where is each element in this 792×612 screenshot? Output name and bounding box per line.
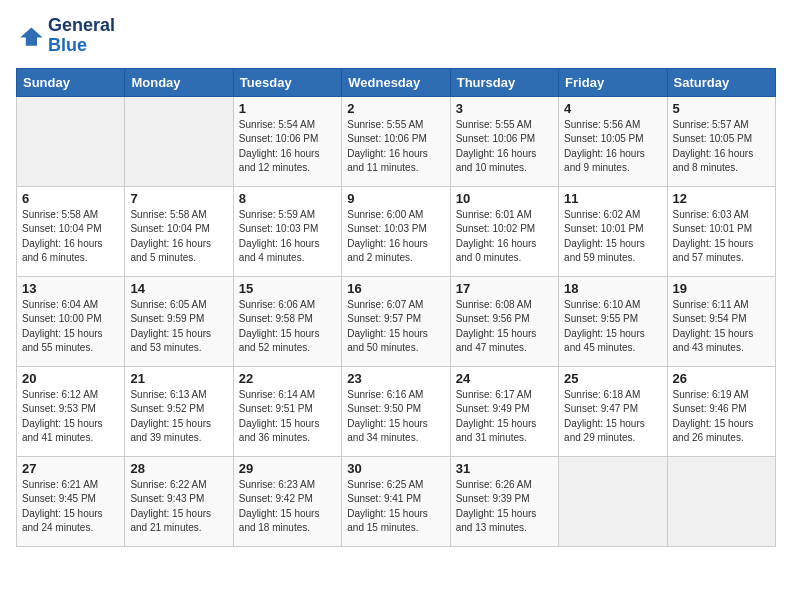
day-number: 29 bbox=[239, 461, 336, 476]
day-info: Sunrise: 6:02 AM Sunset: 10:01 PM Daylig… bbox=[564, 208, 661, 266]
calendar-cell: 16Sunrise: 6:07 AM Sunset: 9:57 PM Dayli… bbox=[342, 276, 450, 366]
logo-text-blue: Blue bbox=[48, 36, 115, 56]
day-number: 25 bbox=[564, 371, 661, 386]
day-info: Sunrise: 6:14 AM Sunset: 9:51 PM Dayligh… bbox=[239, 388, 336, 446]
calendar-cell bbox=[559, 456, 667, 546]
calendar-cell: 7Sunrise: 5:58 AM Sunset: 10:04 PM Dayli… bbox=[125, 186, 233, 276]
day-number: 18 bbox=[564, 281, 661, 296]
calendar-cell: 13Sunrise: 6:04 AM Sunset: 10:00 PM Dayl… bbox=[17, 276, 125, 366]
day-number: 16 bbox=[347, 281, 444, 296]
day-info: Sunrise: 6:05 AM Sunset: 9:59 PM Dayligh… bbox=[130, 298, 227, 356]
calendar-table: SundayMondayTuesdayWednesdayThursdayFrid… bbox=[16, 68, 776, 547]
day-number: 7 bbox=[130, 191, 227, 206]
day-number: 20 bbox=[22, 371, 119, 386]
calendar-cell: 31Sunrise: 6:26 AM Sunset: 9:39 PM Dayli… bbox=[450, 456, 558, 546]
calendar-cell: 3Sunrise: 5:55 AM Sunset: 10:06 PM Dayli… bbox=[450, 96, 558, 186]
day-number: 9 bbox=[347, 191, 444, 206]
calendar-cell: 28Sunrise: 6:22 AM Sunset: 9:43 PM Dayli… bbox=[125, 456, 233, 546]
day-number: 27 bbox=[22, 461, 119, 476]
calendar-cell bbox=[667, 456, 775, 546]
calendar-cell: 21Sunrise: 6:13 AM Sunset: 9:52 PM Dayli… bbox=[125, 366, 233, 456]
day-number: 1 bbox=[239, 101, 336, 116]
day-info: Sunrise: 6:12 AM Sunset: 9:53 PM Dayligh… bbox=[22, 388, 119, 446]
day-number: 5 bbox=[673, 101, 770, 116]
svg-marker-0 bbox=[20, 27, 42, 45]
weekday-header-monday: Monday bbox=[125, 68, 233, 96]
day-number: 14 bbox=[130, 281, 227, 296]
calendar-cell: 8Sunrise: 5:59 AM Sunset: 10:03 PM Dayli… bbox=[233, 186, 341, 276]
day-number: 28 bbox=[130, 461, 227, 476]
calendar-cell: 14Sunrise: 6:05 AM Sunset: 9:59 PM Dayli… bbox=[125, 276, 233, 366]
calendar-week-4: 20Sunrise: 6:12 AM Sunset: 9:53 PM Dayli… bbox=[17, 366, 776, 456]
day-number: 12 bbox=[673, 191, 770, 206]
calendar-cell bbox=[17, 96, 125, 186]
weekday-header-tuesday: Tuesday bbox=[233, 68, 341, 96]
calendar-cell: 1Sunrise: 5:54 AM Sunset: 10:06 PM Dayli… bbox=[233, 96, 341, 186]
calendar-cell: 9Sunrise: 6:00 AM Sunset: 10:03 PM Dayli… bbox=[342, 186, 450, 276]
day-info: Sunrise: 6:11 AM Sunset: 9:54 PM Dayligh… bbox=[673, 298, 770, 356]
day-info: Sunrise: 6:16 AM Sunset: 9:50 PM Dayligh… bbox=[347, 388, 444, 446]
day-number: 8 bbox=[239, 191, 336, 206]
day-info: Sunrise: 5:58 AM Sunset: 10:04 PM Daylig… bbox=[22, 208, 119, 266]
day-number: 2 bbox=[347, 101, 444, 116]
calendar-cell: 4Sunrise: 5:56 AM Sunset: 10:05 PM Dayli… bbox=[559, 96, 667, 186]
day-info: Sunrise: 5:57 AM Sunset: 10:05 PM Daylig… bbox=[673, 118, 770, 176]
weekday-header-saturday: Saturday bbox=[667, 68, 775, 96]
day-number: 30 bbox=[347, 461, 444, 476]
day-info: Sunrise: 6:04 AM Sunset: 10:00 PM Daylig… bbox=[22, 298, 119, 356]
calendar-cell: 20Sunrise: 6:12 AM Sunset: 9:53 PM Dayli… bbox=[17, 366, 125, 456]
day-info: Sunrise: 6:01 AM Sunset: 10:02 PM Daylig… bbox=[456, 208, 553, 266]
day-info: Sunrise: 5:55 AM Sunset: 10:06 PM Daylig… bbox=[347, 118, 444, 176]
calendar-cell: 27Sunrise: 6:21 AM Sunset: 9:45 PM Dayli… bbox=[17, 456, 125, 546]
day-info: Sunrise: 6:13 AM Sunset: 9:52 PM Dayligh… bbox=[130, 388, 227, 446]
day-info: Sunrise: 5:59 AM Sunset: 10:03 PM Daylig… bbox=[239, 208, 336, 266]
day-number: 4 bbox=[564, 101, 661, 116]
calendar-cell: 24Sunrise: 6:17 AM Sunset: 9:49 PM Dayli… bbox=[450, 366, 558, 456]
day-number: 15 bbox=[239, 281, 336, 296]
calendar-cell: 19Sunrise: 6:11 AM Sunset: 9:54 PM Dayli… bbox=[667, 276, 775, 366]
calendar-cell: 6Sunrise: 5:58 AM Sunset: 10:04 PM Dayli… bbox=[17, 186, 125, 276]
calendar-cell: 25Sunrise: 6:18 AM Sunset: 9:47 PM Dayli… bbox=[559, 366, 667, 456]
calendar-cell: 26Sunrise: 6:19 AM Sunset: 9:46 PM Dayli… bbox=[667, 366, 775, 456]
calendar-body: 1Sunrise: 5:54 AM Sunset: 10:06 PM Dayli… bbox=[17, 96, 776, 546]
calendar-cell: 30Sunrise: 6:25 AM Sunset: 9:41 PM Dayli… bbox=[342, 456, 450, 546]
logo: General Blue bbox=[16, 16, 115, 56]
calendar-week-5: 27Sunrise: 6:21 AM Sunset: 9:45 PM Dayli… bbox=[17, 456, 776, 546]
day-info: Sunrise: 6:06 AM Sunset: 9:58 PM Dayligh… bbox=[239, 298, 336, 356]
calendar-week-2: 6Sunrise: 5:58 AM Sunset: 10:04 PM Dayli… bbox=[17, 186, 776, 276]
day-info: Sunrise: 6:03 AM Sunset: 10:01 PM Daylig… bbox=[673, 208, 770, 266]
day-number: 23 bbox=[347, 371, 444, 386]
day-info: Sunrise: 6:22 AM Sunset: 9:43 PM Dayligh… bbox=[130, 478, 227, 536]
day-info: Sunrise: 6:25 AM Sunset: 9:41 PM Dayligh… bbox=[347, 478, 444, 536]
day-info: Sunrise: 5:55 AM Sunset: 10:06 PM Daylig… bbox=[456, 118, 553, 176]
day-number: 3 bbox=[456, 101, 553, 116]
day-number: 26 bbox=[673, 371, 770, 386]
day-info: Sunrise: 6:21 AM Sunset: 9:45 PM Dayligh… bbox=[22, 478, 119, 536]
day-info: Sunrise: 6:26 AM Sunset: 9:39 PM Dayligh… bbox=[456, 478, 553, 536]
day-info: Sunrise: 6:18 AM Sunset: 9:47 PM Dayligh… bbox=[564, 388, 661, 446]
day-info: Sunrise: 6:00 AM Sunset: 10:03 PM Daylig… bbox=[347, 208, 444, 266]
calendar-cell: 5Sunrise: 5:57 AM Sunset: 10:05 PM Dayli… bbox=[667, 96, 775, 186]
day-number: 19 bbox=[673, 281, 770, 296]
weekday-header-row: SundayMondayTuesdayWednesdayThursdayFrid… bbox=[17, 68, 776, 96]
day-number: 10 bbox=[456, 191, 553, 206]
day-info: Sunrise: 6:23 AM Sunset: 9:42 PM Dayligh… bbox=[239, 478, 336, 536]
day-info: Sunrise: 5:56 AM Sunset: 10:05 PM Daylig… bbox=[564, 118, 661, 176]
calendar-cell: 29Sunrise: 6:23 AM Sunset: 9:42 PM Dayli… bbox=[233, 456, 341, 546]
calendar-cell: 18Sunrise: 6:10 AM Sunset: 9:55 PM Dayli… bbox=[559, 276, 667, 366]
day-number: 13 bbox=[22, 281, 119, 296]
calendar-cell: 2Sunrise: 5:55 AM Sunset: 10:06 PM Dayli… bbox=[342, 96, 450, 186]
day-number: 21 bbox=[130, 371, 227, 386]
calendar-cell: 15Sunrise: 6:06 AM Sunset: 9:58 PM Dayli… bbox=[233, 276, 341, 366]
calendar-cell bbox=[125, 96, 233, 186]
day-info: Sunrise: 6:17 AM Sunset: 9:49 PM Dayligh… bbox=[456, 388, 553, 446]
calendar-cell: 23Sunrise: 6:16 AM Sunset: 9:50 PM Dayli… bbox=[342, 366, 450, 456]
day-info: Sunrise: 6:19 AM Sunset: 9:46 PM Dayligh… bbox=[673, 388, 770, 446]
weekday-header-sunday: Sunday bbox=[17, 68, 125, 96]
day-number: 22 bbox=[239, 371, 336, 386]
calendar-cell: 17Sunrise: 6:08 AM Sunset: 9:56 PM Dayli… bbox=[450, 276, 558, 366]
day-info: Sunrise: 6:07 AM Sunset: 9:57 PM Dayligh… bbox=[347, 298, 444, 356]
day-number: 24 bbox=[456, 371, 553, 386]
weekday-header-friday: Friday bbox=[559, 68, 667, 96]
day-number: 11 bbox=[564, 191, 661, 206]
